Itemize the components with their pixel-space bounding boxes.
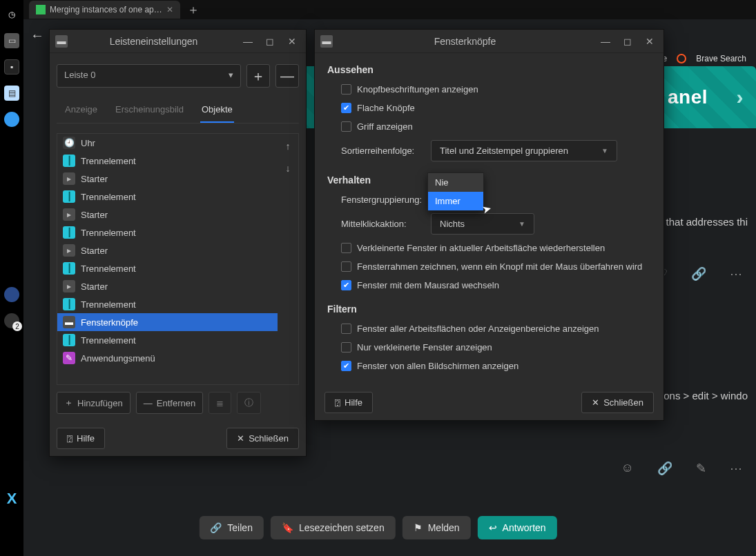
add-panel-button[interactable]: ＋ bbox=[246, 64, 270, 88]
dialog-panel-preferences: ▬ Leisteneinstellungen — ◻ ✕ Leiste 0 ▾ … bbox=[49, 29, 307, 457]
minimize-button[interactable]: — bbox=[240, 33, 256, 50]
browser-tab[interactable]: Merging instances of one ap… ✕ bbox=[29, 1, 180, 19]
emoji-icon[interactable]: ☺ bbox=[621, 461, 634, 476]
list-item[interactable]: ┃Trennelement bbox=[57, 295, 278, 313]
chk-show-handle[interactable]: Griff anzeigen bbox=[327, 119, 651, 134]
reply-button[interactable]: ↩Antworten bbox=[478, 516, 557, 539]
dock-icon-browser[interactable] bbox=[4, 112, 19, 127]
list-item[interactable]: ┃Trennelement bbox=[57, 188, 278, 206]
link-icon[interactable]: 🔗 bbox=[691, 266, 706, 281]
list-item[interactable]: 🕘Uhr bbox=[57, 134, 278, 152]
dock-icon-files[interactable]: ▭ bbox=[4, 33, 19, 48]
list-item[interactable]: ▸Starter bbox=[57, 170, 278, 188]
sep-icon: ┃ bbox=[63, 155, 75, 167]
list-item[interactable]: ▬Fensterknöpfe bbox=[57, 313, 278, 331]
chk-only-min[interactable]: Nur verkleinerte Fenster anzeigen bbox=[327, 340, 651, 355]
middleclick-combo[interactable]: Nichts▼ bbox=[431, 213, 534, 235]
maximize-button[interactable]: ◻ bbox=[619, 33, 636, 50]
section-behavior: Verhalten bbox=[327, 175, 651, 186]
panel-select-combo[interactable]: Leiste 0 ▾ bbox=[57, 64, 241, 88]
more-icon[interactable]: ⋯ bbox=[730, 266, 742, 281]
share-button[interactable]: 🔗Teilen bbox=[199, 516, 264, 539]
info-button[interactable]: ⓘ bbox=[237, 392, 261, 414]
dropdown-option-never[interactable]: Nie bbox=[428, 173, 483, 192]
brave-icon[interactable] bbox=[677, 54, 686, 63]
list-item[interactable]: ▸Starter bbox=[57, 277, 278, 295]
tab-title: Merging instances of one ap… bbox=[50, 5, 162, 14]
chk-all-workspaces[interactable]: Fenster aller Arbeitsflächen oder Anzeig… bbox=[327, 321, 651, 336]
flag-button[interactable]: ⚑Melden bbox=[403, 516, 471, 539]
list-item-label: Trennelement bbox=[81, 264, 136, 274]
close-button[interactable]: ✕Schließen bbox=[581, 392, 654, 413]
chk-flat-buttons[interactable]: ✔Flache Knöpfe bbox=[327, 101, 651, 115]
list-item[interactable]: ┃Trennelement bbox=[57, 224, 278, 241]
sort-combo[interactable]: Titel und Zeitstempel gruppieren▼ bbox=[431, 140, 617, 161]
titlebar[interactable]: ▬ Leisteneinstellungen — ◻ ✕ bbox=[50, 30, 306, 53]
tab-close-icon[interactable]: ✕ bbox=[166, 5, 173, 14]
titlebar[interactable]: ▬ Fensterknöpfe — ◻ ✕ bbox=[315, 30, 663, 53]
minimize-button[interactable]: — bbox=[597, 33, 614, 50]
close-button[interactable]: ✕Schließen bbox=[226, 428, 299, 449]
remove-item-button[interactable]: —Entfernen bbox=[136, 392, 203, 414]
help-button[interactable]: ⍰Hilfe bbox=[57, 428, 105, 449]
tab-appearance[interactable]: Erscheinungsbild bbox=[114, 97, 185, 123]
chk-restore[interactable]: Verkleinerte Fenster in aktueller Arbeit… bbox=[327, 241, 651, 255]
add-item-button[interactable]: ＋Hinzufügen bbox=[57, 392, 130, 414]
maximize-button[interactable]: ◻ bbox=[262, 33, 278, 50]
dock-icon-app2[interactable] bbox=[4, 287, 19, 302]
checkbox-icon: ✔ bbox=[341, 103, 351, 113]
banner-arrow-icon[interactable]: › bbox=[737, 86, 744, 109]
list-item[interactable]: ┃Trennelement bbox=[57, 259, 278, 277]
back-button[interactable]: ← bbox=[30, 28, 44, 43]
tab-display[interactable]: Anzeige bbox=[64, 97, 99, 123]
middle-label: Mittelklickaktion: bbox=[341, 219, 423, 229]
dock-icon-app[interactable]: ▤ bbox=[4, 86, 19, 101]
list-item[interactable]: ┃Trennelement bbox=[57, 331, 278, 349]
list-item[interactable]: ✎Anwendungsmenü bbox=[57, 349, 278, 367]
list-view-button[interactable]: ≣ bbox=[209, 392, 231, 414]
dock-icon-xorg[interactable]: X bbox=[7, 490, 17, 508]
dock-icon-terminal[interactable]: ▪ bbox=[4, 59, 19, 75]
dialog-title: Leisteneinstellungen bbox=[73, 36, 234, 47]
plus-icon: ＋ bbox=[64, 397, 73, 409]
chk-wheel[interactable]: ✔Fenster mit dem Mausrad wechseln bbox=[327, 278, 651, 292]
chk-label: Fenster aller Arbeitsflächen oder Anzeig… bbox=[357, 324, 599, 334]
bookmark-button[interactable]: 🔖Lesezeichen setzen bbox=[271, 516, 396, 539]
list-item-label: Uhr bbox=[81, 138, 95, 148]
dialog-title: Fensterknöpfe bbox=[338, 36, 592, 47]
chk-all-monitors[interactable]: ✔Fenster von allen Bildschirmen anzeigen bbox=[327, 359, 651, 373]
new-tab-button[interactable]: ＋ bbox=[187, 1, 200, 18]
items-list[interactable]: 🕘Uhr┃Trennelement▸Starter┃Trennelement▸S… bbox=[57, 134, 278, 384]
remove-panel-button[interactable]: — bbox=[275, 64, 299, 88]
list-item[interactable]: ▸Starter bbox=[57, 206, 278, 224]
chk-show-labels[interactable]: Knopfbeschriftungen anzeigen bbox=[327, 82, 651, 97]
move-up-button[interactable]: ↑ bbox=[280, 138, 296, 155]
dock-icon-clock[interactable]: ◷ bbox=[4, 7, 19, 22]
more-icon[interactable]: ⋯ bbox=[730, 461, 742, 476]
window-close-button[interactable]: ✕ bbox=[641, 33, 658, 50]
remove-label: Entfernen bbox=[157, 398, 195, 408]
middle-value: Nichts bbox=[440, 219, 465, 229]
close-label: Schließen bbox=[249, 433, 289, 444]
chk-label: Fenster mit dem Mausrad wechseln bbox=[357, 280, 499, 290]
forum-action-row: 🔗Teilen 🔖Lesezeichen setzen ⚑Melden ↩Ant… bbox=[199, 516, 556, 539]
list-item-label: Trennelement bbox=[81, 192, 136, 202]
task-icon: ▬ bbox=[63, 316, 75, 328]
window-close-button[interactable]: ✕ bbox=[284, 33, 300, 50]
move-down-button[interactable]: ↓ bbox=[280, 160, 296, 177]
chk-label: Fensterrahmen zeichnen, wenn ein Knopf m… bbox=[357, 261, 642, 272]
dock-icon-app3[interactable] bbox=[4, 313, 19, 328]
list-item[interactable]: ▸Starter bbox=[57, 241, 278, 259]
chk-draw-frame[interactable]: Fensterrahmen zeichnen, wenn ein Knopf m… bbox=[327, 259, 651, 274]
dialog-icon: ▬ bbox=[55, 35, 68, 48]
sort-label: Sortierreihenfolge: bbox=[341, 146, 423, 156]
dropdown-option-always[interactable]: Immer bbox=[428, 192, 483, 210]
list-item[interactable]: ┃Trennelement bbox=[57, 152, 278, 170]
link-icon[interactable]: 🔗 bbox=[657, 461, 672, 476]
close-icon: ✕ bbox=[592, 397, 599, 408]
tab-items[interactable]: Objekte bbox=[200, 97, 234, 123]
grouping-dropdown: Nie Immer bbox=[427, 172, 484, 211]
help-button[interactable]: ⍰Hilfe bbox=[324, 392, 373, 413]
close-icon: ✕ bbox=[237, 433, 244, 444]
edit-icon[interactable]: ✎ bbox=[696, 461, 706, 476]
